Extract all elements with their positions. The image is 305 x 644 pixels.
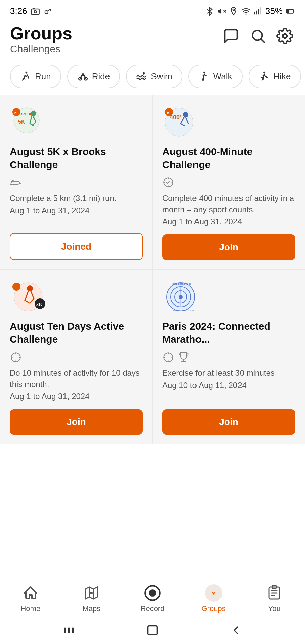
svg-text:CONNECTED RACE: CONNECTED RACE xyxy=(172,283,191,285)
join-button-3[interactable]: Join xyxy=(10,409,143,435)
svg-point-14 xyxy=(283,34,287,38)
filter-tab-run[interactable]: Run xyxy=(10,65,61,88)
svg-point-50 xyxy=(212,592,213,593)
svg-rect-7 xyxy=(254,12,255,14)
challenge-card-4: CONNECTED RACE AUGUST 10 & 11, 2024 Pari… xyxy=(152,270,305,444)
svg-point-28 xyxy=(183,112,188,117)
svg-point-33 xyxy=(27,285,33,291)
svg-text:AUGUST 10 & 11, 2024: AUGUST 10 & 11, 2024 xyxy=(173,309,195,311)
svg-rect-58 xyxy=(68,628,70,633)
svg-point-36 xyxy=(12,283,20,291)
challenge-dates-3: Aug 1 to Aug 31, 2024 xyxy=(10,392,143,401)
status-left: 3:26 xyxy=(10,6,53,16)
time: 3:26 xyxy=(10,6,27,16)
challenge-title-3: August Ten Days Active Challenge xyxy=(10,320,143,346)
svg-point-51 xyxy=(214,592,215,593)
you-nav-icon xyxy=(266,584,283,602)
challenge-title-2: August 400-Minute Challenge xyxy=(162,145,295,171)
svg-rect-59 xyxy=(72,628,74,633)
activity-icon-4 xyxy=(162,351,174,363)
nav-record[interactable]: Record xyxy=(122,584,183,613)
system-back-button[interactable] xyxy=(229,624,243,638)
nav-groups[interactable]: Groups xyxy=(183,584,244,613)
challenge-dates-4: Aug 10 to Aug 11, 2024 xyxy=(162,381,295,401)
join-button-4[interactable]: Join xyxy=(162,409,295,435)
shoe-icon xyxy=(10,176,22,189)
page-title: Groups xyxy=(10,23,72,43)
svg-point-1 xyxy=(34,10,36,13)
wifi-icon xyxy=(241,7,251,16)
header-title: Groups Challenges xyxy=(10,23,72,55)
location-icon xyxy=(229,7,238,16)
challenge-meta-4 xyxy=(162,351,295,363)
challenge-desc-2: Complete 400 minutes of activity in a mo… xyxy=(162,193,295,215)
filter-tab-hike[interactable]: Hike xyxy=(249,65,301,88)
challenge-grid: BROOKS 5K R August 5K x Brooks Challenge… xyxy=(0,95,305,491)
challenge-image-3: x10 1 xyxy=(10,280,50,314)
svg-point-23 xyxy=(31,111,36,116)
search-button[interactable] xyxy=(248,26,268,46)
home-nav-icon xyxy=(22,584,39,602)
filter-tab-ride[interactable]: Ride xyxy=(67,65,120,88)
filter-tab-run-label: Run xyxy=(35,71,51,82)
nav-you[interactable]: You xyxy=(244,584,305,613)
svg-text:1: 1 xyxy=(14,286,16,289)
svg-text:5K: 5K xyxy=(18,119,25,125)
challenge-card-2: 400' R August 400-Minute Challenge Compl… xyxy=(152,95,305,270)
paris-badge: CONNECTED RACE AUGUST 10 & 11, 2024 xyxy=(162,280,203,314)
nav-maps-label: Maps xyxy=(82,604,100,613)
brooks-badge: BROOKS 5K R xyxy=(10,105,50,139)
joined-button-1[interactable]: Joined xyxy=(10,233,143,260)
walk-icon xyxy=(199,71,210,82)
signal-icon xyxy=(253,7,263,16)
search-icon xyxy=(250,28,266,44)
system-home-button[interactable] xyxy=(146,624,159,638)
challenge-card-3: x10 1 August Ten Days Active Challenge D… xyxy=(0,270,152,444)
bottom-nav: Home Maps Record xyxy=(0,578,305,617)
svg-text:x10: x10 xyxy=(36,302,42,306)
message-button[interactable] xyxy=(221,26,241,46)
nav-home[interactable]: Home xyxy=(0,584,61,613)
battery-icon xyxy=(286,7,295,16)
system-home-icon xyxy=(146,624,159,637)
challenge-image-1: BROOKS 5K R xyxy=(10,105,50,139)
trophy-icon xyxy=(178,351,190,363)
challenge-title-4: Paris 2024: Connected Maratho... xyxy=(162,320,295,346)
battery-text: 35% xyxy=(265,6,283,16)
svg-point-13 xyxy=(252,30,262,40)
svg-rect-60 xyxy=(148,626,157,635)
run-icon xyxy=(20,71,32,82)
filter-tab-ride-label: Ride xyxy=(92,71,110,82)
maps-icon xyxy=(83,585,99,601)
challenge-title-1: August 5K x Brooks Challenge xyxy=(10,145,143,171)
svg-rect-8 xyxy=(256,10,257,14)
filter-tab-swim[interactable]: Swim xyxy=(126,65,182,88)
filter-tab-swim-label: Swim xyxy=(151,71,172,82)
system-menu-button[interactable] xyxy=(62,624,76,638)
system-bar xyxy=(0,618,305,644)
svg-rect-9 xyxy=(258,9,259,14)
camera-icon xyxy=(31,7,40,16)
ride-icon xyxy=(77,71,89,82)
svg-rect-10 xyxy=(260,7,261,14)
filter-tabs: Run Ride Swim Walk xyxy=(0,61,305,95)
svg-point-49 xyxy=(149,589,156,597)
menu-icon xyxy=(62,624,76,637)
challenge-image-4: CONNECTED RACE AUGUST 10 & 11, 2024 xyxy=(162,280,203,314)
nav-maps[interactable]: Maps xyxy=(61,584,122,613)
swim-icon xyxy=(136,71,147,82)
challenge-desc-3: Do 10 minutes of activity for 10 days th… xyxy=(10,367,143,390)
join-button-2[interactable]: Join xyxy=(162,234,295,260)
you-icon xyxy=(266,585,282,601)
record-nav-icon xyxy=(144,584,161,602)
challenge-card-1: BROOKS 5K R August 5K x Brooks Challenge… xyxy=(0,95,152,270)
filter-tab-walk[interactable]: Walk xyxy=(188,65,243,88)
challenge-desc-1: Complete a 5 km (3.1 mi) run. xyxy=(10,193,143,204)
nav-you-label: You xyxy=(268,604,281,613)
groups-nav-icon xyxy=(205,584,222,602)
svg-rect-0 xyxy=(31,9,39,14)
status-bar: 3:26 xyxy=(0,0,305,20)
svg-point-53 xyxy=(212,593,213,594)
settings-button[interactable] xyxy=(275,26,295,46)
svg-point-15 xyxy=(26,72,28,74)
